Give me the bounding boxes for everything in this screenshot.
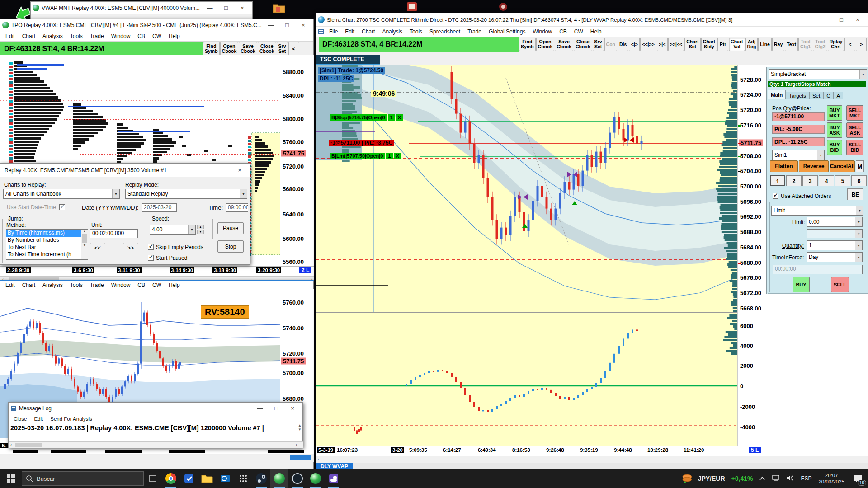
tpo-minimize-button[interactable]: — <box>263 19 279 31</box>
task-view-icon[interactable] <box>144 469 162 488</box>
speed-select[interactable]: 4.00▼ <box>150 225 196 235</box>
main-tool-ptr[interactable]: Ptr <box>717 38 728 51</box>
main-tool-tool-cfg2[interactable]: ToolCfg2 <box>813 38 827 51</box>
tpo-menu-trade[interactable]: Trade <box>87 32 107 40</box>
replay-close-button[interactable]: × <box>231 164 248 176</box>
date-field[interactable]: 2025-03-20 <box>142 203 177 212</box>
main-tool-tool-cfg1[interactable]: ToolCfg1 <box>798 38 812 51</box>
main-maximize-button[interactable]: □ <box>833 14 849 26</box>
quantity-select[interactable]: 1▼ <box>807 240 863 250</box>
cancel-order-x[interactable]: X <box>396 114 403 121</box>
m-button[interactable]: M <box>856 160 864 172</box>
tpo-tool-close-cbook[interactable]: CloseCbook <box>258 42 276 56</box>
clock[interactable]: 20:0720/03/2025 <box>818 472 844 485</box>
order-time-field[interactable]: 00:00:00 <box>773 265 863 274</box>
ticker-pair[interactable]: JPY/EUR <box>698 475 725 482</box>
jump-method-list[interactable]: By Time (hh:mm:ss.ms)By Number of Trades… <box>6 229 88 260</box>
tpo-tool-open-cbook[interactable]: OpenCbook <box>220 42 239 56</box>
limit-price-select[interactable]: 0.00▼ <box>807 217 863 227</box>
strategy-select[interactable]: SimpleBracket▼ <box>769 69 867 79</box>
chart2-menu-trade[interactable]: Trade <box>87 281 107 289</box>
tpo-menu-analysis[interactable]: Analysis <box>39 32 66 40</box>
use-start-datetime-checkbox[interactable] <box>59 204 65 210</box>
tpo-tool-find-symb[interactable]: FindSymb <box>203 42 220 56</box>
jump-method-0[interactable]: By Time (hh:mm:ss.ms) <box>6 230 81 237</box>
start-paused-checkbox[interactable]: Start Paused <box>148 255 187 261</box>
file-explorer-icon[interactable] <box>198 469 216 488</box>
pause-button[interactable]: Pause <box>217 222 244 234</box>
vwap-maximize-button[interactable]: □ <box>218 2 234 14</box>
tpo-tool-save-cbook[interactable]: SaveCbook <box>239 42 257 56</box>
main-menu-tools[interactable]: Tools <box>406 28 425 36</box>
reverse-button[interactable]: Reverse <box>799 160 829 172</box>
main-tool-find-symb[interactable]: FindSymb <box>519 38 536 51</box>
main-tool-save-cbook[interactable]: SaveCbook <box>555 38 573 51</box>
jump-method-3[interactable]: To Next Time Increment (h <box>6 251 81 258</box>
qty-button-6[interactable]: 6 <box>851 175 867 186</box>
buy-ask-button[interactable]: BUYASK <box>827 122 842 138</box>
message-log-maximize-button[interactable]: □ <box>268 403 284 414</box>
vwap-minimize-button[interactable]: — <box>202 2 218 14</box>
main-minimize-button[interactable]: — <box>817 14 833 26</box>
replay-mode-select[interactable]: Standard Replay▼ <box>125 189 247 199</box>
chart2-hscrollbar[interactable] <box>0 454 314 462</box>
main-tool-dis[interactable]: Dis <box>618 38 628 51</box>
outlook-icon[interactable] <box>216 469 234 488</box>
main-tool--[interactable]: >|< <box>657 38 668 51</box>
order-type-select[interactable]: Limit▼ <box>771 206 863 216</box>
message-log-close-button[interactable]: × <box>284 403 301 414</box>
tpo-tool--[interactable]: < <box>288 42 299 56</box>
tpo-menu-edit[interactable]: Edit <box>2 32 18 40</box>
qty-button-1[interactable]: 1 <box>770 175 785 186</box>
chart2-menu-help[interactable]: Help <box>165 281 183 289</box>
tpo-tool-srv-set[interactable]: SrvSet <box>277 42 288 56</box>
qty-button-3[interactable]: 3 <box>802 175 818 186</box>
trade-tab-a[interactable]: A <box>834 92 844 99</box>
vwap-close-button[interactable]: × <box>234 2 250 14</box>
main-menu-global-settings[interactable]: Global Settings <box>486 28 528 36</box>
main-tool-text[interactable]: Text <box>785 38 798 51</box>
method-list-scrollbar[interactable]: ▲▼ <box>81 230 88 259</box>
main-menu-analysis[interactable]: Analysis <box>379 28 406 36</box>
main-hscrollbar[interactable]: ‹ <box>316 456 868 463</box>
desktop-shortcut-app2-icon[interactable] <box>498 2 508 12</box>
main-tool--[interactable]: > <box>856 38 867 51</box>
ticker-coins-icon[interactable] <box>679 469 695 488</box>
main-tool--[interactable]: <|> <box>629 38 640 51</box>
main-menu-chart[interactable]: Chart <box>359 28 378 36</box>
chrome-icon[interactable] <box>162 469 180 488</box>
charts-to-replay-select[interactable]: All Charts in Chartbook▼ <box>3 189 120 199</box>
qty-button-5[interactable]: 5 <box>835 175 850 186</box>
tpo-menu-chart[interactable]: Chart <box>19 32 38 40</box>
trade-tab-set[interactable]: Set <box>809 92 823 99</box>
tpo-menu-help[interactable]: Help <box>165 32 183 40</box>
main-tool-ray[interactable]: Ray <box>772 38 784 51</box>
tif-select[interactable]: Day▼ <box>807 252 863 262</box>
main-menu-cb[interactable]: CB <box>556 28 570 36</box>
buy-bid-button[interactable]: BUYBID <box>827 140 842 155</box>
main-menu-cw[interactable]: CW <box>571 28 586 36</box>
main-menu-spreadsheet[interactable]: Spreadsheet <box>426 28 463 36</box>
main-tool-con[interactable]: Con <box>604 38 617 51</box>
main-menu-file[interactable]: File <box>326 28 341 36</box>
sell-mkt-button[interactable]: SELLMKT <box>846 105 863 121</box>
skip-empty-periods-checkbox[interactable]: Skip Empty Periods <box>148 244 203 250</box>
sell-bid-button[interactable]: SELLBID <box>846 140 863 155</box>
tpo-menu-cw[interactable]: CW <box>149 32 165 40</box>
message-log-hscrollbar[interactable]: ‹› <box>9 441 303 448</box>
desktop-shortcut-app-icon[interactable] <box>406 1 418 13</box>
main-tool-chart-stdy[interactable]: ChartStdy <box>701 38 717 51</box>
main-tool--[interactable]: < <box>844 38 855 51</box>
tpo-close-button[interactable]: × <box>295 19 311 31</box>
steam-icon[interactable] <box>252 469 270 488</box>
be-button[interactable]: BE <box>847 188 863 200</box>
language-indicator[interactable]: ESP <box>801 475 811 482</box>
jump-forward-button[interactable]: >> <box>123 243 138 253</box>
desktop-shortcut-folder-icon[interactable] <box>272 1 286 14</box>
teams-icon[interactable] <box>325 469 343 488</box>
start-button[interactable] <box>0 469 22 488</box>
tray-expand-icon[interactable] <box>759 475 765 482</box>
limit-order-label[interactable]: B|Lmt|5707.50|Open|01X <box>330 153 401 159</box>
buy-mkt-button[interactable]: BUYMKT <box>827 105 842 121</box>
apps-grid-icon[interactable] <box>234 469 252 488</box>
